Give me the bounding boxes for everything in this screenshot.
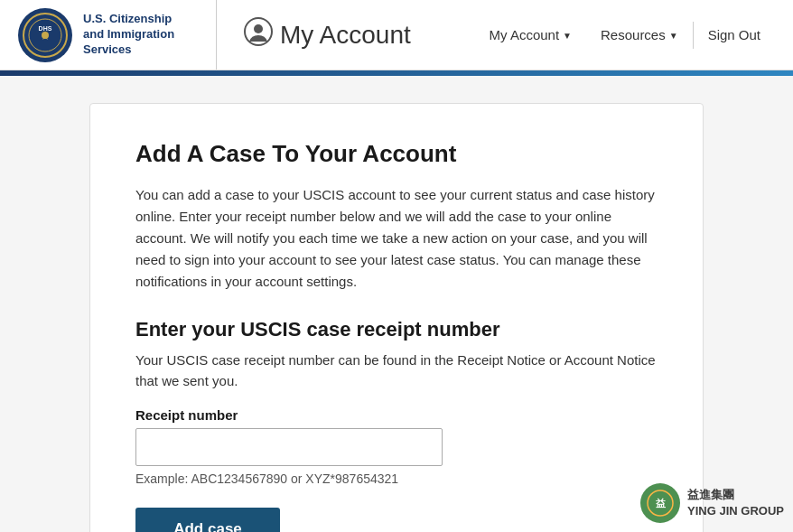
sign-out-nav[interactable]: Sign Out (694, 0, 775, 70)
watermark: 益 益進集團 YING JIN GROUP (640, 483, 784, 523)
helper-paragraph: Your USCIS case receipt number can be fo… (135, 350, 658, 391)
example-text: Example: ABC1234567890 or XYZ*987654321 (135, 471, 658, 486)
main-content: Add A Case To Your Account You can add a… (0, 76, 793, 532)
receipt-number-input[interactable] (135, 428, 443, 466)
page-title-area: My Account (217, 17, 475, 52)
my-account-nav[interactable]: My Account ▼ (475, 0, 586, 70)
header: DHS U.S. Citizenship and Immigration Ser… (0, 0, 793, 70)
svg-point-6 (254, 24, 263, 33)
page-title: My Account (280, 21, 411, 50)
account-circle-icon (244, 17, 273, 52)
resources-chevron-icon: ▼ (669, 31, 678, 41)
intro-paragraph: You can add a case to your USCIS account… (135, 184, 658, 293)
watermark-logo-icon: 益 (640, 483, 680, 523)
content-card: Add A Case To Your Account You can add a… (89, 103, 704, 532)
logo-area: DHS U.S. Citizenship and Immigration Ser… (18, 0, 217, 70)
resources-nav[interactable]: Resources ▼ (586, 0, 693, 70)
svg-text:DHS: DHS (39, 25, 52, 32)
org-name: U.S. Citizenship and Immigration Service… (83, 12, 174, 58)
uscis-logo: DHS (18, 8, 72, 62)
header-nav: My Account ▼ Resources ▼ Sign Out (475, 0, 775, 70)
watermark-text: 益進集團 YING JIN GROUP (687, 487, 784, 519)
receipt-label: Receipt number (135, 407, 658, 423)
add-case-heading: Add A Case To Your Account (135, 140, 658, 168)
receipt-section-heading: Enter your USCIS case receipt number (135, 318, 658, 341)
my-account-chevron-icon: ▼ (563, 31, 572, 41)
svg-point-4 (42, 32, 49, 39)
svg-text:益: 益 (656, 498, 666, 509)
add-case-button[interactable]: Add case (135, 508, 280, 532)
